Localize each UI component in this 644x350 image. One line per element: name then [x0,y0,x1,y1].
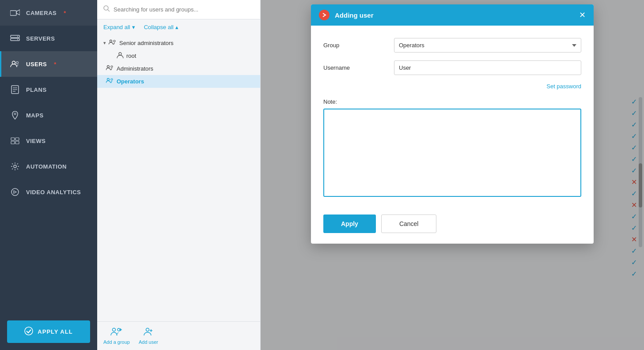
modal-logo-icon [319,10,330,20]
tree-body: ▾ Senior administrators root [97,35,260,321]
sidebar-item-maps[interactable]: MAPS [0,102,97,128]
collapse-all-link[interactable]: Collapse all ▴ [144,24,178,30]
node-label-senior-admins: Senior administrators [119,40,174,46]
sidebar-item-automation[interactable]: AUTOMATION [0,154,97,179]
add-group-button[interactable]: Add a group [103,327,130,345]
sidebar-item-cameras[interactable]: CAMERAS * [0,0,97,26]
sidebar-label-automation: AUTOMATION [26,163,67,170]
svg-point-23 [114,40,115,42]
svg-point-19 [25,327,33,335]
group-icon [109,39,117,47]
maps-icon [10,110,20,120]
adding-user-modal: Adding user ✕ Group Operators Administra… [311,4,594,244]
svg-point-7 [16,62,19,64]
sidebar-item-users[interactable]: USERS * [0,51,97,77]
modal-header: Adding user ✕ [311,4,594,26]
svg-point-26 [111,66,113,68]
sidebar-label-video-analytics: VIDEO ANALYTICS [26,189,81,196]
sidebar-item-views[interactable]: VIEWS [0,128,97,154]
username-label: Username [323,64,394,71]
expand-all-icon: ▾ [132,24,135,30]
tree-node-senior-admins[interactable]: ▾ Senior administrators [97,37,260,49]
apply-all-check-icon [24,327,33,337]
sidebar-label-views: VIEWS [26,138,45,144]
user-icon [117,52,124,60]
svg-point-28 [111,79,113,80]
modal-overlay: Adding user ✕ Group Operators Administra… [261,0,644,350]
node-label-operators: Operators [117,78,144,85]
sidebar-label-maps: MAPS [26,112,44,119]
apply-all-label: APPLY ALL [38,328,72,335]
set-password-link[interactable]: Set password [546,83,581,90]
tree-node-root[interactable]: root [97,49,260,62]
sidebar-label-cameras: CAMERAS [26,10,57,16]
servers-icon [10,34,20,43]
sidebar-item-video-analytics[interactable]: VIDEO ANALYTICS [0,179,97,205]
apply-all-button[interactable]: APPLY ALL [7,320,90,343]
svg-point-33 [146,328,149,331]
svg-point-17 [14,165,16,168]
automation-icon [10,162,20,171]
svg-point-5 [17,39,18,40]
svg-rect-15 [11,141,15,144]
svg-point-25 [107,66,110,68]
node-label-root: root [126,53,136,59]
add-group-label: Add a group [103,339,130,345]
search-icon [103,5,110,14]
sidebar-item-plans[interactable]: PLANS [0,77,97,102]
tree-node-operators[interactable]: Operators [97,75,260,88]
apply-button[interactable]: Apply [323,215,376,233]
svg-rect-0 [10,11,16,15]
svg-rect-14 [15,138,19,140]
cameras-modified-badge: * [64,10,66,16]
svg-point-12 [14,113,16,115]
username-input[interactable] [394,60,581,75]
sidebar-bottom: APPLY ALL [0,313,97,350]
note-textarea[interactable] [323,109,581,197]
tree-node-administrators[interactable]: Administrators [97,62,260,75]
note-section: Note: [323,98,581,199]
cancel-button[interactable]: Cancel [381,215,437,233]
svg-point-20 [104,6,108,10]
group-label: Group [323,42,394,49]
group-select[interactable]: Operators Administrators Senior administ… [394,38,581,53]
modal-footer: Apply Cancel [311,207,594,244]
expand-all-link[interactable]: Expand all ▾ [103,24,135,30]
users-icon [10,59,20,69]
svg-point-29 [112,328,115,331]
modal-title: Adding user [335,11,574,19]
group-icon-administrators [106,65,114,72]
right-panel: ✓ ✓ ✓ ✓ ✓ ✓ ✓ ✕ ✓ ✕ ✓ ✓ ✕ ✓ ✓ ✓ Adding u… [261,0,644,350]
group-form-row: Group Operators Administrators Senior ad… [323,38,581,53]
svg-point-18 [11,188,19,196]
sidebar: CAMERAS * SERVERS USERS * [0,0,97,350]
expand-all-label: Expand all [103,24,130,30]
set-password-section: Set password [323,83,581,90]
modal-close-button[interactable]: ✕ [579,11,586,19]
svg-point-4 [17,36,18,37]
users-modified-badge: * [54,61,57,68]
sidebar-label-servers: SERVERS [26,35,55,42]
add-group-icon [110,327,123,338]
svg-rect-16 [15,141,19,144]
views-icon [10,136,20,146]
search-input[interactable] [114,6,254,13]
add-user-button[interactable]: Add user [139,327,158,345]
add-user-icon [144,327,153,338]
sidebar-label-users: USERS [26,61,47,68]
node-label-administrators: Administrators [117,65,153,72]
sidebar-label-plans: PLANS [26,87,47,93]
collapse-all-icon: ▴ [175,24,178,30]
svg-point-27 [107,79,110,81]
svg-line-21 [108,10,110,11]
search-bar [97,0,260,19]
plans-icon [10,85,20,94]
modal-body: Group Operators Administrators Senior ad… [311,26,594,207]
username-form-row: Username [323,60,581,75]
tree-controls: Expand all ▾ Collapse all ▴ [97,19,260,35]
chevron-down-icon: ▾ [103,40,106,46]
video-analytics-icon [10,187,20,197]
sidebar-item-servers[interactable]: SERVERS [0,26,97,51]
svg-rect-13 [11,138,15,140]
middle-panel: Expand all ▾ Collapse all ▴ ▾ Senior adm… [97,0,261,350]
